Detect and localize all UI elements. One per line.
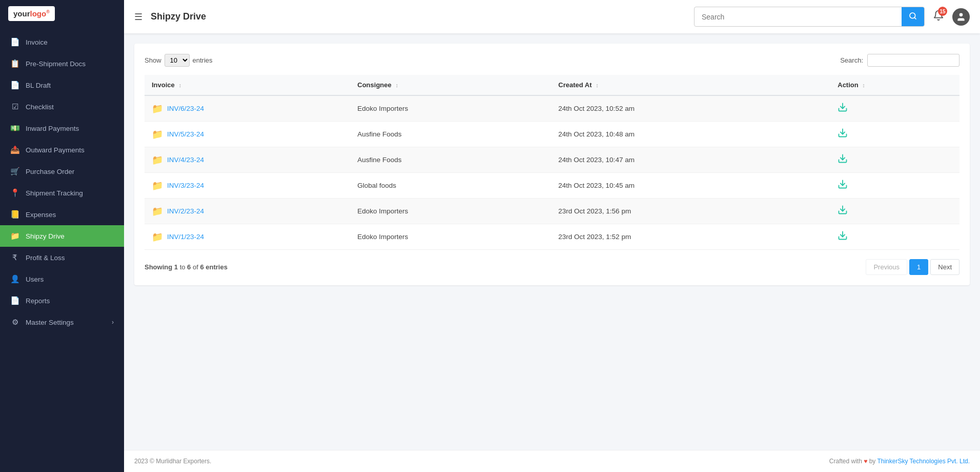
master-settings-icon: ⚙ xyxy=(10,318,19,327)
sort-icon-invoice[interactable]: ↕ xyxy=(178,82,181,88)
table-search-input[interactable] xyxy=(867,54,959,67)
sidebar-item-outward-payments[interactable]: 📤 Outward Payments xyxy=(0,139,124,161)
show-entries-control: Show 10 25 50 entries xyxy=(145,54,213,67)
cell-action xyxy=(830,95,959,122)
cell-action xyxy=(830,122,959,147)
download-button[interactable] xyxy=(838,205,848,218)
cell-created-at: 23rd Oct 2023, 1:52 pm xyxy=(551,224,830,250)
download-button[interactable] xyxy=(838,102,848,115)
table-row: 📁 INV/6/23-24 Edoko Importers 24th Oct 2… xyxy=(145,95,959,122)
invoice-link[interactable]: INV/6/23-24 xyxy=(167,105,204,112)
purchase-order-icon: 🛒 xyxy=(10,167,19,176)
sidebar-item-master-settings[interactable]: ⚙ Master Settings › xyxy=(0,311,124,333)
table-controls-bottom: Showing 1 to 6 of 6 entries Previous 1 N… xyxy=(145,259,959,275)
sidebar-label-inward-payments: Inward Payments xyxy=(26,125,79,132)
search-bar xyxy=(694,7,925,27)
table-row: 📁 INV/1/23-24 Edoko Importers 23rd Oct 2… xyxy=(145,224,959,250)
entries-select[interactable]: 10 25 50 xyxy=(165,54,190,67)
page-title: Shipzy Drive xyxy=(151,11,206,22)
main-content: ☰ Shipzy Drive 15 xyxy=(124,0,980,472)
heart-icon: ♥ xyxy=(864,458,867,465)
invoice-link[interactable]: INV/5/23-24 xyxy=(167,130,204,138)
pre-shipment-docs-icon: 📋 xyxy=(10,59,19,68)
cell-action xyxy=(830,199,959,224)
inward-payments-icon: 💵 xyxy=(10,124,19,133)
sidebar-item-expenses[interactable]: 📒 Expenses xyxy=(0,204,124,225)
sidebar-label-master-settings: Master Settings xyxy=(26,319,74,326)
notification-badge: 15 xyxy=(938,7,947,16)
showing-total: 6 xyxy=(200,263,203,271)
table-container: Show 10 25 50 entries Search: xyxy=(134,44,970,285)
reports-icon: 📄 xyxy=(10,296,19,305)
download-button[interactable] xyxy=(838,230,848,243)
sidebar-item-shipzy-drive[interactable]: 📁 Shipzy Drive xyxy=(0,225,124,247)
page-1-button[interactable]: 1 xyxy=(909,259,928,275)
cell-invoice: 📁 INV/3/23-24 xyxy=(145,173,350,199)
invoice-link[interactable]: INV/4/23-24 xyxy=(167,156,204,164)
shipment-tracking-icon: 📍 xyxy=(10,188,19,198)
download-button[interactable] xyxy=(838,128,848,141)
sidebar-label-purchase-order: Purchase Order xyxy=(26,168,74,175)
cell-created-at: 24th Oct 2023, 10:52 am xyxy=(551,95,830,122)
cell-action xyxy=(830,224,959,250)
cell-consignee: Global foods xyxy=(350,173,551,199)
sidebar-item-reports[interactable]: 📄 Reports xyxy=(0,290,124,311)
sidebar-label-profit-loss: Profit & Loss xyxy=(26,254,65,262)
cell-consignee: Edoko Importers xyxy=(350,224,551,250)
entries-suffix: entries xyxy=(193,56,213,64)
sidebar-label-reports: Reports xyxy=(26,297,50,305)
svg-point-2 xyxy=(959,13,963,16)
cell-consignee: Edoko Importers xyxy=(350,95,551,122)
previous-button[interactable]: Previous xyxy=(866,259,907,275)
search-label: Search: xyxy=(840,56,863,64)
folder-icon: 📁 xyxy=(152,103,163,114)
cell-consignee: Ausfine Foods xyxy=(350,122,551,147)
table-controls-top: Show 10 25 50 entries Search: xyxy=(145,54,959,67)
folder-icon: 📁 xyxy=(152,129,163,140)
logo-text: yourlogo® xyxy=(13,9,50,18)
sidebar-item-invoice[interactable]: 📄 Invoice xyxy=(0,31,124,53)
table-header-row: Invoice ↕ Consignee ↕ Created At ↕ Act xyxy=(145,75,959,95)
folder-icon: 📁 xyxy=(152,206,163,217)
sort-icon-consignee[interactable]: ↕ xyxy=(395,82,398,88)
col-action: Action ↕ xyxy=(830,75,959,95)
sidebar-item-profit-loss[interactable]: ₹ Profit & Loss xyxy=(0,247,124,268)
user-avatar[interactable] xyxy=(952,8,970,26)
table-row: 📁 INV/2/23-24 Edoko Importers 23rd Oct 2… xyxy=(145,199,959,224)
cell-action xyxy=(830,173,959,199)
sidebar-item-purchase-order[interactable]: 🛒 Purchase Order xyxy=(0,161,124,182)
sidebar-item-inward-payments[interactable]: 💵 Inward Payments xyxy=(0,117,124,139)
sidebar-item-pre-shipment-docs[interactable]: 📋 Pre-Shipment Docs xyxy=(0,53,124,74)
next-button[interactable]: Next xyxy=(930,259,959,275)
download-button[interactable] xyxy=(838,179,848,192)
sort-icon-created-at[interactable]: ↕ xyxy=(596,82,599,88)
col-created-at: Created At ↕ xyxy=(551,75,830,95)
sort-icon-action[interactable]: ↕ xyxy=(862,82,865,88)
invoice-link[interactable]: INV/1/23-24 xyxy=(167,233,204,241)
company-link[interactable]: ThinkerSky Technologies Pvt. Ltd. xyxy=(877,458,970,465)
download-button[interactable] xyxy=(838,153,848,166)
sidebar-item-bl-draft[interactable]: 📄 BL Draft xyxy=(0,74,124,96)
search-input[interactable] xyxy=(695,9,902,25)
notification-bell[interactable]: 15 xyxy=(933,10,944,24)
table-row: 📁 INV/5/23-24 Ausfine Foods 24th Oct 202… xyxy=(145,122,959,147)
sidebar-item-users[interactable]: 👤 Users xyxy=(0,268,124,290)
checklist-icon: ☑ xyxy=(10,102,19,111)
search-button[interactable] xyxy=(902,7,924,26)
sidebar-label-checklist: Checklist xyxy=(26,103,54,111)
cell-invoice: 📁 INV/6/23-24 xyxy=(145,95,350,122)
sidebar-label-expenses: Expenses xyxy=(26,211,56,219)
sidebar-label-shipzy-drive: Shipzy Drive xyxy=(26,232,65,240)
crafted-by: Crafted with ♥ by ThinkerSky Technologie… xyxy=(829,458,970,465)
table-row: 📁 INV/3/23-24 Global foods 24th Oct 2023… xyxy=(145,173,959,199)
invoice-link[interactable]: INV/3/23-24 xyxy=(167,182,204,189)
svg-line-1 xyxy=(914,17,916,19)
sidebar-item-shipment-tracking[interactable]: 📍 Shipment Tracking xyxy=(0,182,124,204)
sidebar-item-checklist[interactable]: ☑ Checklist xyxy=(0,96,124,117)
header: ☰ Shipzy Drive 15 xyxy=(124,0,980,33)
invoice-link[interactable]: INV/2/23-24 xyxy=(167,207,204,215)
invoice-icon: 📄 xyxy=(10,37,19,47)
menu-toggle-button[interactable]: ☰ xyxy=(134,11,142,23)
cell-created-at: 24th Oct 2023, 10:48 am xyxy=(551,122,830,147)
sidebar-label-invoice: Invoice xyxy=(26,38,48,46)
